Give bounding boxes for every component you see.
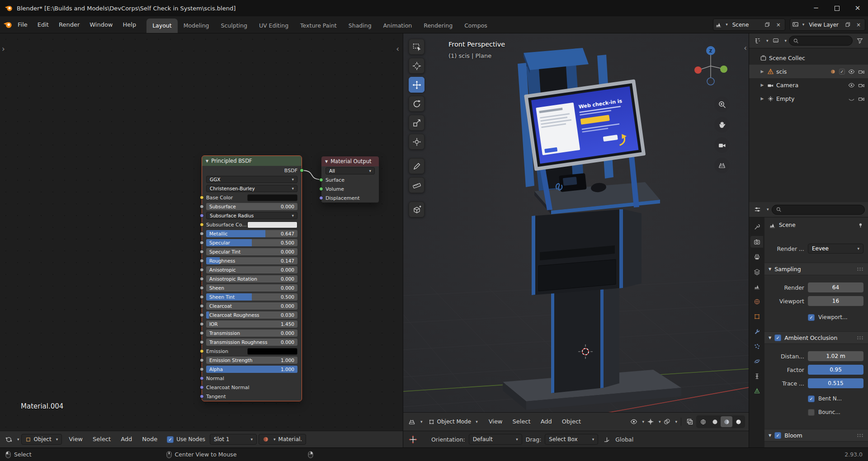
selectable-checkbox[interactable] xyxy=(839,69,845,75)
properties-tab-render[interactable] xyxy=(750,236,763,248)
shading-rendered-button[interactable] xyxy=(732,416,744,427)
input-socket-sheen-tint[interactable] xyxy=(200,295,204,299)
slider-metallic[interactable]: Metallic0.647 xyxy=(206,230,297,237)
slider-alpha[interactable]: Alpha1.000 xyxy=(206,366,297,373)
slider-transmission-roughness[interactable]: Transmission Roughness0.000 xyxy=(206,339,297,346)
viewport-menu-object[interactable]: Object xyxy=(557,414,586,430)
input-socket-clearcoat[interactable] xyxy=(200,304,204,308)
shading-material-button[interactable] xyxy=(721,416,732,427)
sidebar-expand-icon[interactable]: › xyxy=(2,44,5,53)
input-socket-base-color[interactable] xyxy=(200,196,204,200)
menu-render[interactable]: Render xyxy=(54,17,85,33)
properties-tab-output[interactable] xyxy=(750,251,763,263)
input-socket-normal[interactable] xyxy=(200,376,204,381)
ambient-occlusion-checkbox[interactable] xyxy=(774,334,781,341)
node-header[interactable]: ▼ Principled BSDF xyxy=(202,156,302,166)
expand-arrow-icon[interactable]: ▶ xyxy=(760,83,765,87)
dropdown-christensen-burley[interactable]: Christensen-Burley▾ xyxy=(206,185,297,192)
properties-tab-modifiers[interactable] xyxy=(750,325,763,337)
tool-add-cube[interactable] xyxy=(409,202,425,217)
tool-move[interactable] xyxy=(409,77,425,93)
expand-arrow-icon[interactable]: ▶ xyxy=(760,69,765,74)
menu-file[interactable]: File xyxy=(13,17,33,33)
outliner-collapse-icon[interactable]: ‹ xyxy=(744,43,747,52)
shader-menu-select[interactable]: Select xyxy=(88,431,116,447)
workspace-tab-layout[interactable]: Layout xyxy=(146,19,178,33)
input-socket-sheen[interactable] xyxy=(200,286,204,290)
pin-icon[interactable] xyxy=(858,222,863,228)
input-socket-alpha[interactable] xyxy=(200,367,204,372)
drag-handle-icon[interactable] xyxy=(857,336,864,340)
render-engine-dropdown[interactable]: Eevee ▾ xyxy=(808,244,863,254)
unlink-scene-icon[interactable]: × xyxy=(774,20,783,29)
sidebar-collapse-icon[interactable]: ‹ xyxy=(396,44,399,53)
input-socket-subsurface-radius[interactable] xyxy=(200,214,204,218)
bounces-approximation-checkbox[interactable] xyxy=(808,409,815,416)
view-layer-name[interactable]: View Layer xyxy=(806,22,841,28)
outliner-item-label[interactable]: Scene Collec xyxy=(769,55,805,61)
hidden-viewport-eye-icon[interactable] xyxy=(848,95,855,102)
color-swatch-base-color[interactable] xyxy=(247,194,297,201)
properties-tab-tool[interactable] xyxy=(750,221,763,233)
ao-trace-slider[interactable]: 0.515 xyxy=(808,378,863,388)
new-scene-icon[interactable] xyxy=(763,20,772,29)
input-socket-emission-strength[interactable] xyxy=(200,358,204,362)
display-mode-icon[interactable] xyxy=(771,36,781,46)
outliner-row-camera[interactable]: ▶Camera xyxy=(749,78,868,92)
properties-tab-object[interactable] xyxy=(750,310,763,322)
gizmo-neg-z-axis[interactable] xyxy=(707,78,714,85)
gizmos-toggle-icon[interactable] xyxy=(646,417,656,427)
outliner-item-label[interactable]: Camera xyxy=(776,82,798,89)
overlays-toggle-icon[interactable] xyxy=(662,417,672,427)
sampling-section-header[interactable]: ▼ Sampling xyxy=(764,263,868,275)
properties-tab-particles[interactable] xyxy=(750,340,763,352)
outliner-item-label[interactable]: scis xyxy=(776,68,787,75)
input-socket-displacement[interactable] xyxy=(319,196,323,200)
ambient-occlusion-section-header[interactable]: ▼ Ambient Occlusion xyxy=(764,331,868,344)
orientation-dropdown[interactable]: Default ▾ xyxy=(469,434,522,445)
collapse-triangle-icon[interactable]: ▼ xyxy=(325,160,328,164)
workspace-tab-texture-paint[interactable]: Texture Paint xyxy=(294,19,343,33)
bloom-checkbox[interactable] xyxy=(774,432,781,439)
viewport-menu-select[interactable]: Select xyxy=(508,414,536,430)
mode-dropdown[interactable]: Object Mode ▾ xyxy=(425,416,482,427)
input-socket-tangent[interactable] xyxy=(200,395,204,399)
input-socket-ior[interactable] xyxy=(200,322,204,326)
outliner-search-input[interactable] xyxy=(789,36,853,46)
zoom-button[interactable] xyxy=(714,97,730,112)
minimize-button[interactable]: ─ xyxy=(806,0,826,16)
transform-pivot-icon[interactable] xyxy=(602,434,612,444)
shader-menu-add[interactable]: Add xyxy=(116,431,137,447)
input-socket-anisotropic[interactable] xyxy=(200,268,204,272)
tool-annotate[interactable] xyxy=(409,158,425,174)
color-swatch-subsurface-co[interactable] xyxy=(247,221,297,228)
dropdown-subsurface-radius[interactable]: Subsurface Radius▾ xyxy=(206,212,297,219)
outliner-editor-type-icon[interactable] xyxy=(752,36,762,46)
workspace-tab-rendering[interactable]: Rendering xyxy=(418,19,458,33)
slider-transmission[interactable]: Transmission0.000 xyxy=(206,329,297,337)
shader-node-canvas[interactable]: › ‹ ▼ Principled BSDF BSDFGGX▾Christense… xyxy=(0,33,403,431)
outliner-row-empty[interactable]: ▶Empty xyxy=(749,92,868,105)
input-socket-metallic[interactable] xyxy=(200,232,204,236)
material-slot-dropdown[interactable]: Slot 1 ▾ xyxy=(210,434,257,445)
properties-tab-view-layer[interactable] xyxy=(750,266,763,278)
workspace-tab-compos[interactable]: Compos xyxy=(458,19,493,33)
tool-cursor[interactable] xyxy=(409,58,425,74)
slider-specular[interactable]: Specular0.500 xyxy=(206,239,297,246)
ao-distance-field[interactable]: 1.02 m xyxy=(808,351,863,361)
gizmo-y-axis[interactable] xyxy=(720,66,727,73)
input-socket-emission[interactable] xyxy=(200,349,204,353)
input-socket-surface[interactable] xyxy=(319,178,323,182)
slider-roughness[interactable]: Roughness0.147 xyxy=(206,257,297,264)
input-socket-anisotropic-rotation[interactable] xyxy=(200,277,204,281)
viewport-menu-view[interactable]: View xyxy=(484,414,508,430)
menu-help[interactable]: Help xyxy=(118,17,142,33)
new-view-layer-icon[interactable] xyxy=(843,20,852,29)
shader-editor-type-icon[interactable] xyxy=(4,434,14,444)
properties-tab-constraints[interactable] xyxy=(750,370,763,382)
viewport-scene[interactable]: Web check-in is xyxy=(403,33,749,412)
input-socket-clearcoat-normal[interactable] xyxy=(200,386,204,390)
tool-select-box[interactable] xyxy=(409,39,425,55)
properties-tab-scene[interactable] xyxy=(750,281,763,292)
input-socket-transmission[interactable] xyxy=(200,331,204,335)
